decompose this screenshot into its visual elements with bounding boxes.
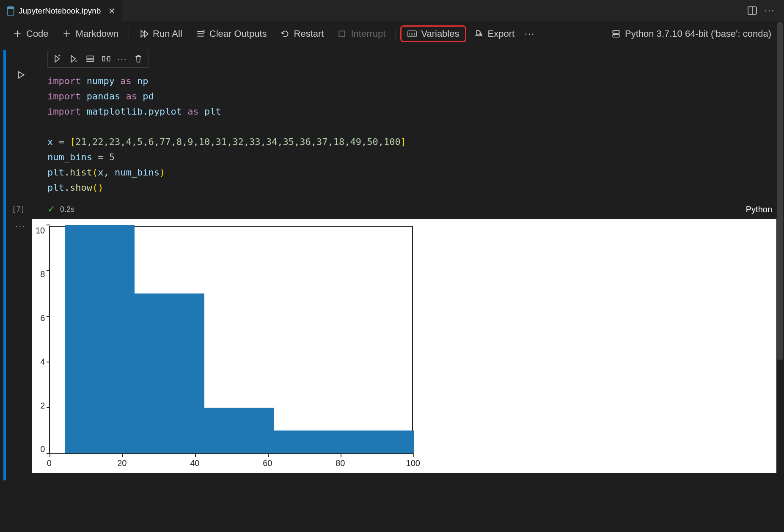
scrollbar[interactable] — [777, 22, 783, 360]
more-actions-icon[interactable]: ··· — [765, 5, 775, 16]
plus-icon — [62, 29, 72, 38]
execute-below-icon[interactable] — [66, 52, 82, 66]
output-more-icon[interactable]: ··· — [15, 221, 25, 232]
variables-button[interactable]: (x) Variables — [400, 25, 466, 42]
editor-actions: ··· — [748, 5, 784, 16]
toolbar-more-icon[interactable]: ··· — [522, 28, 537, 39]
notebook-toolbar: Code Markdown Run All Clear Outputs Rest… — [0, 21, 784, 47]
tab-bar: JupyterNotebook.ipynb ✕ ··· — [0, 0, 784, 21]
export-icon — [474, 29, 483, 38]
execution-duration: 0.2s — [60, 205, 74, 214]
server-icon — [611, 29, 621, 38]
svg-point-9 — [614, 32, 615, 33]
restart-icon — [281, 29, 290, 38]
cell-gutter — [2, 50, 32, 219]
output-gutter: ··· — [2, 219, 32, 480]
histogram-bar — [204, 408, 274, 453]
stop-icon — [337, 29, 347, 38]
output-area: 1086420 020406080100 — [32, 219, 776, 473]
editor-tab[interactable]: JupyterNotebook.ipynb ✕ — [0, 0, 122, 21]
plot-box — [49, 226, 413, 454]
add-code-button[interactable]: Code — [7, 26, 55, 42]
svg-rect-1 — [7, 7, 14, 9]
execution-count: [7] — [12, 205, 25, 214]
svg-rect-14 — [107, 57, 110, 61]
cell-focus-indicator — [3, 219, 6, 480]
svg-text:(x): (x) — [409, 32, 415, 36]
split-cell-icon[interactable] — [83, 52, 98, 66]
svg-rect-12 — [87, 59, 93, 62]
svg-rect-11 — [87, 56, 93, 58]
run-all-button[interactable]: Run All — [133, 26, 188, 42]
cell-focus-indicator — [3, 50, 6, 219]
add-markdown-label: Markdown — [76, 28, 118, 39]
interrupt-button[interactable]: Interrupt — [331, 26, 391, 42]
kernel-label: Python 3.7.10 64-bit ('base': conda) — [625, 28, 771, 39]
code-editor[interactable]: import numpy as np import pandas as pd i… — [32, 68, 776, 201]
add-code-label: Code — [26, 28, 49, 39]
variables-icon: (x) — [407, 29, 417, 38]
y-axis: 1086420 — [36, 226, 49, 454]
output-cell: ··· 1086420 020406080100 — [2, 219, 784, 480]
divider — [129, 28, 129, 40]
svg-rect-13 — [102, 57, 105, 61]
divider — [396, 28, 396, 40]
cell-status: [7] ✓ 0.2s Python — [32, 201, 776, 219]
delete-cell-icon[interactable] — [131, 52, 146, 66]
cell-toolbar: ··· — [47, 50, 149, 68]
notebook-file-icon — [7, 6, 14, 16]
cell-language-label[interactable]: Python — [746, 205, 776, 214]
notebook-area: ··· import numpy as np import pandas as … — [0, 47, 784, 480]
histogram-bar — [135, 293, 204, 453]
svg-point-10 — [614, 35, 615, 36]
restart-button[interactable]: Restart — [275, 26, 330, 42]
kernel-picker[interactable]: Python 3.7.10 64-bit ('base': conda) — [605, 26, 777, 42]
clear-icon — [196, 29, 205, 38]
x-axis: 020406080100 — [49, 454, 413, 466]
export-button[interactable]: Export — [468, 26, 520, 42]
histogram-bar — [344, 431, 414, 453]
code-cell: ··· import numpy as np import pandas as … — [2, 50, 784, 219]
run-all-icon — [139, 29, 149, 38]
run-all-label: Run All — [153, 28, 182, 39]
add-markdown-button[interactable]: Markdown — [56, 26, 124, 42]
tab-title: JupyterNotebook.ipynb — [19, 6, 101, 16]
clear-outputs-button[interactable]: Clear Outputs — [190, 26, 273, 42]
svg-rect-4 — [339, 31, 345, 36]
histogram-bar — [274, 431, 344, 453]
split-editor-icon[interactable] — [748, 6, 757, 15]
interrupt-label: Interrupt — [351, 28, 385, 39]
restart-label: Restart — [294, 28, 324, 39]
close-icon[interactable]: ✕ — [105, 6, 116, 16]
histogram-chart: 1086420 020406080100 — [36, 226, 770, 466]
clear-outputs-label: Clear Outputs — [209, 28, 267, 39]
change-cell-icon[interactable] — [99, 52, 114, 66]
success-check-icon: ✓ — [47, 204, 55, 215]
run-by-line-icon[interactable] — [50, 52, 66, 66]
export-label: Export — [487, 28, 514, 39]
variables-label: Variables — [421, 28, 459, 39]
plus-icon — [13, 29, 22, 38]
histogram-bar — [65, 225, 135, 453]
run-cell-icon[interactable] — [16, 70, 25, 80]
cell-more-icon[interactable]: ··· — [115, 52, 130, 66]
